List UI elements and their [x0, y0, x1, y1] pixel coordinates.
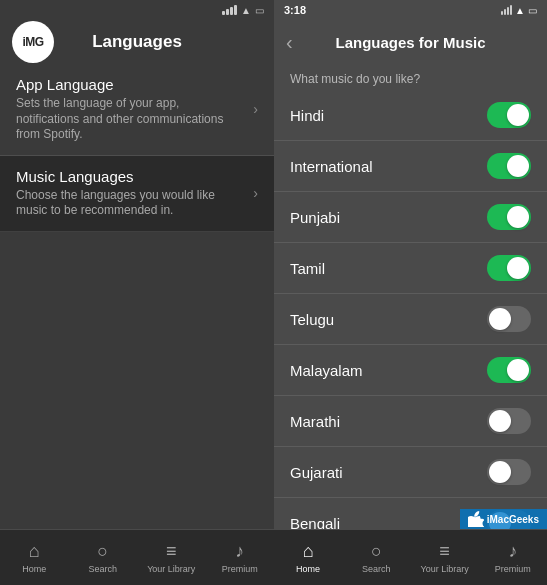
- toggle-knob: [507, 257, 529, 279]
- language-toggle[interactable]: [487, 204, 531, 230]
- home-label-left: Home: [22, 564, 46, 574]
- language-row: Malayalam: [274, 345, 547, 396]
- language-name: Tamil: [290, 260, 325, 277]
- status-bar-right: 3:18 ▲ ▭: [274, 0, 547, 20]
- language-name: Bengali: [290, 515, 340, 530]
- left-nav-premium[interactable]: ♪ Premium: [206, 541, 275, 574]
- right-nav-home[interactable]: ⌂ Home: [274, 541, 342, 574]
- app-language-desc: Sets the language of your app, notificat…: [16, 96, 245, 143]
- section-title: What music do you like?: [274, 64, 547, 90]
- library-label-right: Your Library: [421, 564, 469, 574]
- signal-bars-right: [501, 5, 512, 15]
- library-icon-right: ≡: [439, 541, 450, 562]
- language-name: Hindi: [290, 107, 324, 124]
- language-name: International: [290, 158, 373, 175]
- music-languages-row[interactable]: Music Languages Choose the languages you…: [0, 156, 274, 232]
- left-content: App Language Sets the language of your a…: [0, 64, 274, 529]
- language-row: Marathi: [274, 396, 547, 447]
- watermark-text: iMacGeeks: [487, 514, 539, 525]
- language-toggle[interactable]: [487, 459, 531, 485]
- left-header-title: Languages: [92, 32, 182, 52]
- signal-bars-left: [222, 5, 237, 15]
- toggle-knob: [507, 104, 529, 126]
- search-label-left: Search: [88, 564, 117, 574]
- left-nav-home[interactable]: ⌂ Home: [0, 541, 69, 574]
- language-name: Malayalam: [290, 362, 363, 379]
- language-row: Tamil: [274, 243, 547, 294]
- app-language-title: App Language: [16, 76, 245, 93]
- toggle-knob: [507, 206, 529, 228]
- battery-icon-left: ▭: [255, 5, 264, 16]
- left-header: iMG Languages: [0, 20, 274, 64]
- language-toggle[interactable]: [487, 408, 531, 434]
- toggle-knob: [507, 155, 529, 177]
- language-row: Telugu: [274, 294, 547, 345]
- language-row: International: [274, 141, 547, 192]
- premium-icon-right: ♪: [508, 541, 517, 562]
- search-label-right: Search: [362, 564, 391, 574]
- wifi-icon-left: ▲: [241, 5, 251, 16]
- status-right-icons: ▲ ▭: [501, 5, 537, 16]
- language-toggle[interactable]: [487, 357, 531, 383]
- app-language-row[interactable]: App Language Sets the language of your a…: [0, 64, 274, 156]
- right-nav-premium[interactable]: ♪ Premium: [479, 541, 547, 574]
- home-icon-left: ⌂: [29, 541, 40, 562]
- right-panel: 3:18 ▲ ▭ ‹ Languages for Music What musi…: [274, 0, 547, 585]
- language-toggle[interactable]: [487, 102, 531, 128]
- toggle-knob: [489, 410, 511, 432]
- right-nav-search[interactable]: ○ Search: [342, 541, 410, 574]
- left-panel: ▲ ▭ iMG Languages App Language Sets the …: [0, 0, 274, 585]
- search-icon-right: ○: [371, 541, 382, 562]
- search-icon-left: ○: [97, 541, 108, 562]
- toggle-knob: [489, 461, 511, 483]
- back-button[interactable]: ‹: [286, 31, 293, 54]
- right-header-title: Languages for Music: [335, 34, 485, 51]
- library-icon-left: ≡: [166, 541, 177, 562]
- toggle-knob: [489, 308, 511, 330]
- premium-icon-left: ♪: [235, 541, 244, 562]
- left-nav-bar: ⌂ Home ○ Search ≡ Your Library ♪ Premium: [0, 529, 274, 585]
- language-row: Punjabi: [274, 192, 547, 243]
- app-language-chevron: ›: [253, 101, 258, 117]
- status-bar-left: ▲ ▭: [0, 0, 274, 20]
- home-icon-right: ⌂: [303, 541, 314, 562]
- left-nav-search[interactable]: ○ Search: [69, 541, 138, 574]
- apple-logo-icon: [468, 511, 484, 527]
- logo: iMG: [12, 21, 54, 63]
- music-languages-chevron: ›: [253, 185, 258, 201]
- premium-label-right: Premium: [495, 564, 531, 574]
- battery-icon-right: ▭: [528, 5, 537, 16]
- left-nav-library[interactable]: ≡ Your Library: [137, 541, 206, 574]
- status-time: 3:18: [284, 4, 306, 16]
- music-languages-title: Music Languages: [16, 168, 245, 185]
- language-toggle[interactable]: [487, 255, 531, 281]
- language-list: HindiInternationalPunjabiTamilTeluguMala…: [274, 90, 547, 529]
- right-header: ‹ Languages for Music: [274, 20, 547, 64]
- premium-label-left: Premium: [222, 564, 258, 574]
- library-label-left: Your Library: [147, 564, 195, 574]
- language-name: Marathi: [290, 413, 340, 430]
- language-row: Gujarati: [274, 447, 547, 498]
- watermark: iMacGeeks: [460, 509, 547, 529]
- language-name: Telugu: [290, 311, 334, 328]
- toggle-knob: [507, 359, 529, 381]
- music-languages-desc: Choose the languages you would like musi…: [16, 188, 245, 219]
- language-row: Hindi: [274, 90, 547, 141]
- home-label-right: Home: [296, 564, 320, 574]
- language-name: Punjabi: [290, 209, 340, 226]
- wifi-icon-right: ▲: [515, 5, 525, 16]
- language-toggle[interactable]: [487, 306, 531, 332]
- right-nav-library[interactable]: ≡ Your Library: [411, 541, 479, 574]
- language-name: Gujarati: [290, 464, 343, 481]
- right-nav-bar: ⌂ Home ○ Search ≡ Your Library ♪ Premium: [274, 529, 547, 585]
- language-toggle[interactable]: [487, 153, 531, 179]
